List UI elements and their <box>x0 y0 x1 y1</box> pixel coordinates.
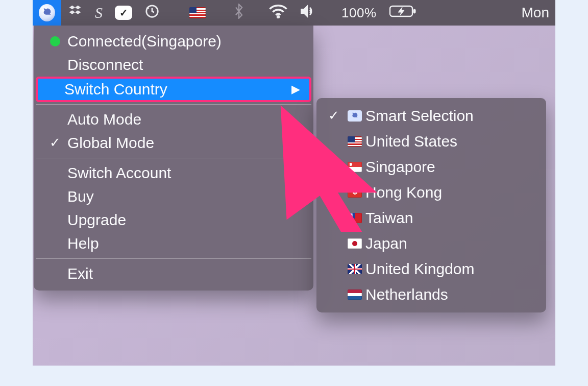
country-label: Smart Selection <box>365 108 474 124</box>
menu-switch-account-label: Switch Account <box>67 165 171 181</box>
flag-us-icon <box>189 7 206 18</box>
country-label: United States <box>365 133 457 150</box>
menu-buy-label: Buy <box>67 188 94 205</box>
menubar-wifi[interactable] <box>263 0 293 26</box>
macos-menubar: S ✓ <box>33 0 555 26</box>
flag-uk-icon <box>348 264 362 274</box>
country-label: Japan <box>365 235 407 252</box>
menubar-input-flag[interactable] <box>183 0 212 26</box>
menubar-clock[interactable]: Mon <box>516 0 555 26</box>
flag-hk-icon <box>348 187 362 198</box>
menubar-spacer <box>212 0 227 26</box>
menu-auto-mode-label: Auto Mode <box>67 111 141 128</box>
menubar-spacer <box>251 0 263 26</box>
menu-help[interactable]: Help <box>34 232 313 255</box>
menubar-battery-pct: 100% <box>335 0 383 26</box>
menu-global-mode[interactable]: ✓ Global Mode <box>34 131 313 155</box>
country-item-hong-kong[interactable]: Hong Kong <box>316 180 546 205</box>
menubar-spacer <box>166 0 183 26</box>
menu-disconnect[interactable]: Disconnect <box>34 53 313 77</box>
country-item-united-kingdom[interactable]: United Kingdom <box>316 256 546 282</box>
menubar-volume[interactable] <box>293 0 323 26</box>
flag-sg-icon <box>348 162 362 172</box>
menubar-dropbox[interactable] <box>61 0 89 26</box>
menu-help-label: Help <box>67 235 99 252</box>
menu-status-label: Connected(Singapore) <box>67 33 222 50</box>
app-menu: Connected(Singapore) Disconnect Switch C… <box>34 26 313 291</box>
country-label: Hong Kong <box>365 184 442 201</box>
menubar-timemachine[interactable] <box>138 0 166 26</box>
menubar-bluetooth[interactable] <box>227 0 251 26</box>
menu-switch-account[interactable]: Switch Account <box>34 161 313 185</box>
menu-switch-country-label: Switch Country <box>64 81 167 98</box>
flag-jp-icon <box>348 238 362 249</box>
menu-separator <box>36 104 311 105</box>
menu-exit[interactable]: Exit <box>34 262 313 285</box>
menu-status: Connected(Singapore) <box>34 30 313 53</box>
menu-buy[interactable]: Buy <box>34 185 313 208</box>
switch-country-submenu: ✓ Smart Selection United States Singapor… <box>316 98 546 312</box>
squirrel-icon <box>39 4 55 21</box>
country-item-smart-selection[interactable]: ✓ Smart Selection <box>316 103 546 129</box>
status-dot-icon <box>50 36 60 46</box>
menu-auto-mode[interactable]: Auto Mode <box>34 108 313 131</box>
country-label: Singapore <box>365 159 435 175</box>
flag-nl-icon <box>348 290 362 300</box>
svg-rect-3 <box>413 9 415 13</box>
battery-charging-icon <box>389 4 418 22</box>
svg-point-1 <box>277 15 280 18</box>
menubar-spacer <box>323 0 335 26</box>
battery-percent-label: 100% <box>341 5 377 21</box>
s-icon: S <box>95 4 103 21</box>
bluetooth-icon <box>233 4 244 22</box>
country-item-singapore[interactable]: Singapore <box>316 154 546 180</box>
menu-upgrade[interactable]: Upgrade <box>34 208 313 232</box>
country-item-taiwan[interactable]: Taiwan <box>316 205 546 231</box>
menubar-check-app[interactable]: ✓ <box>109 0 138 26</box>
wifi-icon <box>269 4 287 22</box>
menu-upgrade-label: Upgrade <box>67 212 126 228</box>
clock-day-label: Mon <box>522 5 549 21</box>
menubar-app-squirrel[interactable] <box>33 0 61 26</box>
squirrel-badge-icon <box>348 110 362 122</box>
dropbox-icon <box>67 4 83 22</box>
checkmark-icon: ✓ <box>43 136 67 150</box>
country-label: United Kingdom <box>365 261 474 277</box>
flag-us-icon <box>348 136 362 147</box>
menu-disconnect-label: Disconnect <box>67 57 143 73</box>
screenshot-frame: S ✓ <box>33 0 555 366</box>
country-label: Taiwan <box>365 210 413 226</box>
submenu-arrow-icon: ▶ <box>291 83 300 95</box>
country-item-netherlands[interactable]: Netherlands <box>316 282 546 307</box>
volume-icon <box>300 5 317 21</box>
menubar-battery[interactable] <box>383 0 424 26</box>
menu-separator <box>36 258 311 259</box>
timemachine-icon <box>144 4 160 22</box>
menu-switch-country[interactable]: Switch Country ▶ <box>37 78 310 101</box>
country-item-united-states[interactable]: United States <box>316 129 546 154</box>
check-badge-icon: ✓ <box>115 6 132 20</box>
menu-exit-label: Exit <box>67 266 93 282</box>
menu-global-mode-label: Global Mode <box>67 135 154 151</box>
country-label: Netherlands <box>365 286 448 303</box>
flag-tw-icon <box>348 213 362 223</box>
menu-separator <box>36 158 311 158</box>
country-item-japan[interactable]: Japan <box>316 231 546 256</box>
checkmark-icon: ✓ <box>324 109 344 123</box>
menubar-s-app[interactable]: S <box>89 0 109 26</box>
